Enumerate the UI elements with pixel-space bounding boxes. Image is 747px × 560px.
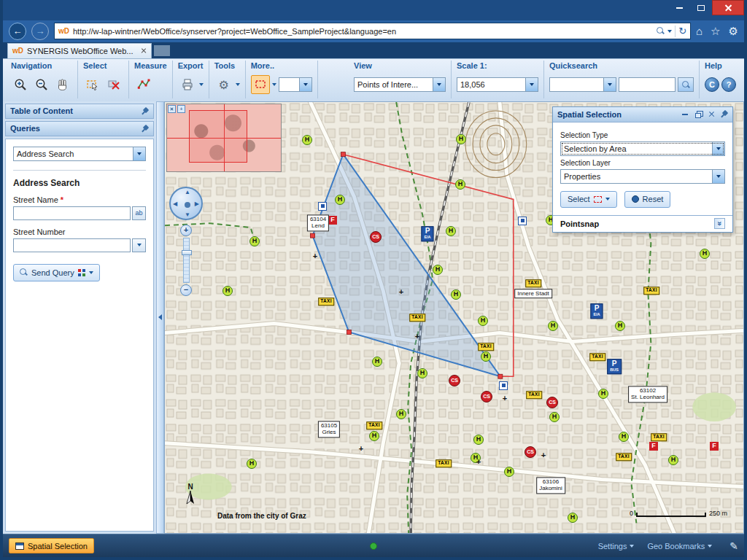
map-marker-cross[interactable]: + xyxy=(541,451,546,459)
map-marker-info[interactable] xyxy=(499,381,508,390)
browser-tab[interactable]: wD SYNERGIS WebOffice Web... xyxy=(7,43,152,58)
quicksearch-button[interactable] xyxy=(678,77,694,92)
dropdown-button[interactable] xyxy=(133,147,145,160)
tools-button[interactable]: ⚙ xyxy=(214,75,233,94)
zoom-out-slider-button[interactable]: − xyxy=(180,284,192,296)
map-marker-h[interactable]: H xyxy=(446,226,456,236)
zoom-out-button[interactable] xyxy=(32,75,51,94)
dropdown-button[interactable] xyxy=(712,142,724,155)
search-icon[interactable] xyxy=(657,27,665,35)
close-button[interactable] xyxy=(712,0,744,15)
overview-close-button[interactable] xyxy=(168,105,176,113)
map-marker-h[interactable]: H xyxy=(396,409,406,419)
edit-pencil-icon[interactable]: ✎ xyxy=(729,540,738,552)
map-marker-taxi[interactable]: TAXI xyxy=(526,391,542,400)
map-marker-h[interactable]: H xyxy=(548,321,558,331)
panel-minimize-button[interactable] xyxy=(681,110,689,119)
map-marker-f[interactable]: F xyxy=(649,442,658,451)
refresh-icon[interactable]: ↻ xyxy=(678,26,686,36)
map-marker-h[interactable]: H xyxy=(668,455,678,465)
map-marker-h[interactable]: H xyxy=(549,412,560,422)
dropdown-button[interactable] xyxy=(525,78,538,91)
back-button[interactable]: ← xyxy=(9,23,26,40)
map-marker-h[interactable]: H xyxy=(433,265,443,275)
dropdown-button[interactable] xyxy=(299,78,311,91)
new-tab-button[interactable] xyxy=(154,45,170,56)
url-box[interactable]: wD http://w-lap-wintner/WebOffice/synser… xyxy=(54,23,691,39)
toc-panel-header[interactable]: Table of Content xyxy=(5,104,154,119)
map-marker-h[interactable]: H xyxy=(473,435,484,445)
map-marker-h[interactable]: H xyxy=(481,351,491,362)
map-marker-cross[interactable]: + xyxy=(313,252,317,260)
map-marker-cross[interactable]: + xyxy=(359,444,363,452)
print-button[interactable] xyxy=(178,75,197,94)
map-marker-h[interactable]: H xyxy=(247,459,257,469)
panel-restore-button[interactable] xyxy=(694,110,703,119)
expand-chevrons-icon[interactable]: » xyxy=(714,218,725,229)
pan-left-icon[interactable]: ◀ xyxy=(173,201,177,207)
map-marker-h[interactable]: H xyxy=(504,467,514,477)
map-marker-h[interactable]: H xyxy=(456,134,466,144)
map-navigation-widget[interactable]: ▲ ▼ ◀ ▶ + − xyxy=(169,187,204,296)
pin-icon[interactable] xyxy=(720,110,728,118)
map-marker-cs[interactable]: CS xyxy=(546,397,558,408)
pan-button[interactable] xyxy=(53,75,72,94)
map-marker-info[interactable] xyxy=(318,202,327,211)
tools-dropdown-caret[interactable] xyxy=(236,83,240,86)
context-help-button[interactable]: C xyxy=(705,77,719,92)
overview-extent-rectangle[interactable] xyxy=(189,110,247,163)
map-marker-h[interactable]: H xyxy=(417,368,427,378)
map-marker-taxi[interactable]: TAXI xyxy=(589,353,605,362)
overview-move-button[interactable]: + xyxy=(177,105,185,113)
map-marker-taxi[interactable]: TAXI xyxy=(478,343,494,351)
quicksearch-input[interactable] xyxy=(619,77,676,92)
zoom-slider-track[interactable] xyxy=(183,238,190,283)
maximize-button[interactable] xyxy=(690,0,712,15)
zoom-in-button[interactable] xyxy=(11,75,30,94)
zoom-in-slider-button[interactable]: + xyxy=(180,225,192,236)
more-tool-caret[interactable] xyxy=(272,83,276,86)
pan-down-icon[interactable]: ▼ xyxy=(185,211,190,218)
spatial-selection-tool-button[interactable] xyxy=(251,75,270,94)
street-name-input[interactable] xyxy=(13,206,131,220)
map-marker-taxi[interactable]: TAXI xyxy=(318,298,334,306)
map-marker-h[interactable]: H xyxy=(302,135,312,145)
map-marker-p[interactable]: PE/A xyxy=(421,226,433,242)
pan-compass[interactable]: ▲ ▼ ◀ ▶ xyxy=(169,187,203,220)
export-dropdown-caret[interactable] xyxy=(199,83,204,86)
sidebar-collapse-strip[interactable] xyxy=(156,101,164,534)
map-marker-h[interactable]: H xyxy=(335,195,345,205)
map-marker-cs[interactable]: CS xyxy=(370,231,382,243)
map-marker-taxi[interactable]: TAXI xyxy=(436,459,452,468)
geo-bookmarks-menu[interactable]: Geo Bookmarks xyxy=(647,542,712,551)
dropdown-button[interactable] xyxy=(603,78,616,91)
alphabet-picker-button[interactable]: ab xyxy=(132,206,146,220)
selection-layer-dropdown[interactable]: Properties xyxy=(560,169,725,184)
map-marker-h[interactable]: H xyxy=(249,236,260,246)
active-tool-chip[interactable]: Spatial Selection xyxy=(9,538,94,553)
street-number-input[interactable] xyxy=(13,238,131,252)
map-marker-p[interactable]: PE/A xyxy=(590,303,603,319)
map-marker-taxi[interactable]: TAXI xyxy=(525,279,541,288)
map-marker-h[interactable]: H xyxy=(455,179,465,190)
map-marker-f[interactable]: F xyxy=(328,216,337,225)
clear-selection-button[interactable] xyxy=(104,75,123,94)
select-features-button[interactable] xyxy=(83,75,102,94)
map-marker-h[interactable]: H xyxy=(372,357,382,367)
map-marker-cross[interactable]: + xyxy=(503,394,507,402)
select-button[interactable]: Select xyxy=(560,191,617,208)
minimize-button[interactable] xyxy=(668,0,690,15)
spatial-panel-header[interactable]: Spatial Selection xyxy=(553,107,732,122)
more-dropdown[interactable] xyxy=(279,77,312,92)
map-marker-cross[interactable]: + xyxy=(399,287,403,295)
map-marker-cs[interactable]: CS xyxy=(481,391,492,402)
pin-icon[interactable] xyxy=(141,125,149,133)
settings-menu[interactable]: Settings xyxy=(598,542,635,551)
reset-button[interactable]: Reset xyxy=(624,191,671,208)
send-query-button[interactable]: Send Query xyxy=(13,264,100,281)
queries-panel-header[interactable]: Queries xyxy=(5,121,154,136)
map-marker-cross[interactable]: + xyxy=(476,457,481,465)
zoom-slider-thumb[interactable] xyxy=(182,250,192,255)
favorites-icon[interactable]: ☆ xyxy=(711,25,720,38)
map-marker-f[interactable]: F xyxy=(710,442,719,451)
